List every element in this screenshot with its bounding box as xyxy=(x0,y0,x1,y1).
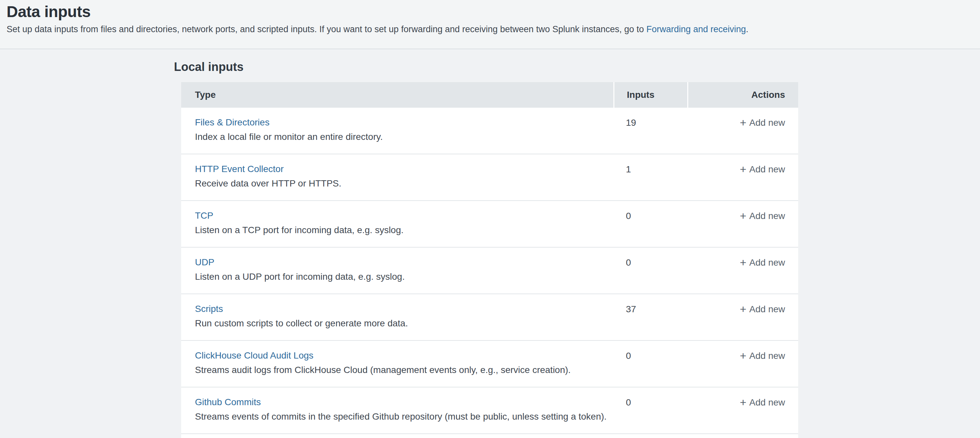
input-type-description: Streams audit logs from ClickHouse Cloud… xyxy=(195,365,613,375)
add-new-label: Add new xyxy=(749,257,785,268)
plus-icon: + xyxy=(740,351,746,360)
add-new-link[interactable]: + Add new xyxy=(740,397,785,408)
input-type-link[interactable]: TCP xyxy=(195,211,213,221)
actions-cell: + Add new xyxy=(688,201,798,247)
column-header-actions: Actions xyxy=(687,82,798,108)
input-type-description: Run custom scripts to collect or generat… xyxy=(195,318,613,329)
input-type-link[interactable]: Github Commits xyxy=(195,397,261,407)
table-header-row: Type Inputs Actions xyxy=(181,82,798,108)
add-new-label: Add new xyxy=(749,211,785,221)
actions-cell: + Add new xyxy=(688,248,798,293)
type-cell: UDP Listen on a UDP port for incoming da… xyxy=(181,248,613,293)
actions-cell: + Add new xyxy=(688,387,798,433)
input-type-description: Listen on a UDP port for incoming data, … xyxy=(195,272,613,282)
plus-icon: + xyxy=(740,164,746,174)
inputs-count: 0 xyxy=(613,248,688,293)
inputs-count: 19 xyxy=(613,108,688,154)
page-title: Data inputs xyxy=(6,3,967,21)
input-type-description: Streams events of commits in the specifi… xyxy=(195,411,613,422)
table-row: UDP Listen on a UDP port for incoming da… xyxy=(181,248,798,294)
inputs-count: 1 xyxy=(613,154,688,200)
input-type-description: Receive data over HTTP or HTTPS. xyxy=(195,178,613,189)
add-new-label: Add new xyxy=(749,350,785,361)
table-row: Github Commits Streams events of commits… xyxy=(181,387,798,434)
type-cell: Github Commits Streams events of commits… xyxy=(181,387,613,433)
type-cell: Scripts Run custom scripts to collect or… xyxy=(181,294,613,340)
plus-icon: + xyxy=(740,398,746,407)
input-type-description: Listen on a TCP port for incoming data, … xyxy=(195,225,613,236)
input-type-link[interactable]: HTTP Event Collector xyxy=(195,164,283,174)
add-new-link[interactable]: + Add new xyxy=(740,118,785,128)
add-new-label: Add new xyxy=(749,164,785,175)
add-new-link[interactable]: + Add new xyxy=(740,164,785,175)
column-header-inputs: Inputs xyxy=(613,82,687,108)
page-subtitle-text: Set up data inputs from files and direct… xyxy=(6,24,647,34)
table-row: ClickHouse Cloud Audit Logs Streams audi… xyxy=(181,341,798,387)
forwarding-and-receiving-link[interactable]: Forwarding and receiving xyxy=(647,24,746,34)
add-new-label: Add new xyxy=(749,118,785,128)
add-new-label: Add new xyxy=(749,397,785,408)
type-cell: HTTP Event Collector Receive data over H… xyxy=(181,154,613,200)
table-row: HTTP Event Collector Receive data over H… xyxy=(181,154,798,201)
table-body: Files & Directories Index a local file o… xyxy=(181,108,798,434)
inputs-count: 0 xyxy=(613,387,688,433)
column-header-type: Type xyxy=(181,82,613,108)
add-new-label: Add new xyxy=(749,304,785,315)
add-new-link[interactable]: + Add new xyxy=(740,350,785,361)
inputs-count: 37 xyxy=(613,294,688,340)
input-type-description: Index a local file or monitor an entire … xyxy=(195,132,613,142)
table-row: Files & Directories Index a local file o… xyxy=(181,108,798,154)
table-row: Scripts Run custom scripts to collect or… xyxy=(181,294,798,341)
actions-cell: + Add new xyxy=(688,154,798,200)
local-inputs-heading: Local inputs xyxy=(174,61,980,73)
input-type-link[interactable]: ClickHouse Cloud Audit Logs xyxy=(195,350,313,360)
table-next-row-cutoff xyxy=(181,434,798,438)
page-header: Data inputs Set up data inputs from file… xyxy=(0,0,980,49)
type-cell: Files & Directories Index a local file o… xyxy=(181,108,613,154)
input-type-link[interactable]: Scripts xyxy=(195,304,223,314)
type-cell: TCP Listen on a TCP port for incoming da… xyxy=(181,201,613,247)
input-type-link[interactable]: UDP xyxy=(195,257,214,267)
plus-icon: + xyxy=(740,258,746,267)
actions-cell: + Add new xyxy=(688,108,798,154)
plus-icon: + xyxy=(740,304,746,314)
plus-icon: + xyxy=(740,211,746,220)
page-subtitle: Set up data inputs from files and direct… xyxy=(6,24,967,35)
inputs-count: 0 xyxy=(613,201,688,247)
type-cell: ClickHouse Cloud Audit Logs Streams audi… xyxy=(181,341,613,387)
input-type-link[interactable]: Files & Directories xyxy=(195,118,269,127)
actions-cell: + Add new xyxy=(688,294,798,340)
page-subtitle-period: . xyxy=(746,24,749,34)
local-inputs-table: Type Inputs Actions Files & Directories … xyxy=(181,82,798,438)
inputs-count: 0 xyxy=(613,341,688,387)
add-new-link[interactable]: + Add new xyxy=(740,211,785,221)
table-row: TCP Listen on a TCP port for incoming da… xyxy=(181,201,798,248)
add-new-link[interactable]: + Add new xyxy=(740,304,785,315)
add-new-link[interactable]: + Add new xyxy=(740,257,785,268)
actions-cell: + Add new xyxy=(688,341,798,387)
plus-icon: + xyxy=(740,118,746,127)
